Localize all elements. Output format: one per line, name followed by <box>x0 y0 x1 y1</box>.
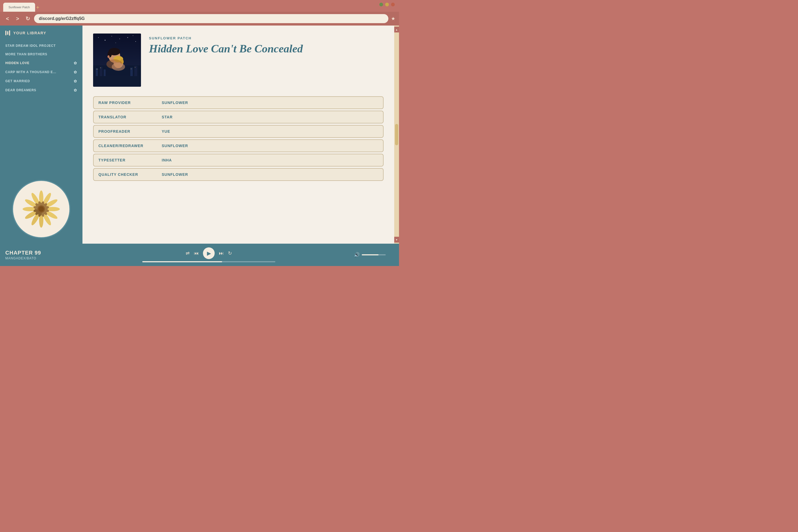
tab-bar: Sunflower Patch + <box>0 0 399 12</box>
svg-point-31 <box>128 37 128 38</box>
refresh-button[interactable]: ↻ <box>24 15 32 22</box>
sidebar-item-more-than-brothers[interactable]: MORE THAN BROTHERS <box>0 50 82 58</box>
volume-fill <box>362 254 379 255</box>
svg-rect-39 <box>130 68 133 76</box>
progress-bar-container[interactable] <box>142 261 275 262</box>
next-button[interactable]: ⏭ <box>219 251 224 256</box>
svg-point-49 <box>108 55 110 58</box>
credits-row-qc: QUALITY CHECKER SUNFLOWER <box>93 168 384 181</box>
forward-button[interactable]: > <box>14 16 21 22</box>
svg-point-54 <box>112 63 125 71</box>
svg-point-27 <box>98 37 99 38</box>
flower-icon-dear-dreamers: ✿ <box>74 88 77 92</box>
book-info: SUNFLOWER PATCH Hidden Love Can't Be Con… <box>149 34 384 87</box>
lib-bar-2 <box>7 31 8 35</box>
next-icon: ⏭ <box>219 251 224 256</box>
credits-row-cleaner: CLEANER/REDRAWER SUNFLOWER <box>93 139 384 152</box>
scroll-thumb[interactable] <box>395 124 398 145</box>
volume-bar[interactable] <box>362 254 386 255</box>
sidebar-item-star-dream[interactable]: STAR DREAM IDOL PROJECT <box>0 41 82 50</box>
svg-point-34 <box>115 42 116 43</box>
credit-role-raw: RAW PROVIDER <box>93 96 157 109</box>
browser-chrome: Sunflower Patch + < > ↻ ★ <box>0 0 399 25</box>
svg-rect-40 <box>134 66 137 76</box>
progress-bar-fill <box>142 261 222 262</box>
previous-button[interactable]: ⏮ <box>194 251 199 256</box>
credit-role-typesetter: TYPESETTER <box>93 154 157 167</box>
svg-point-33 <box>133 35 133 36</box>
svg-rect-41 <box>96 69 97 70</box>
credit-role-cleaner: CLEANER/REDRAWER <box>93 139 157 152</box>
flower-icon-get-married: ✿ <box>74 79 77 83</box>
cover-art <box>93 34 141 87</box>
player-bar: CHAPTER 99 MANGADEX/BATO ⇌ ⏮ ▶ ⏭ ↻ 🔊 <box>0 244 399 266</box>
shuffle-icon: ⇌ <box>186 250 190 256</box>
credit-role-proofreader: PROOFREADER <box>93 125 157 138</box>
sidebar-items-list: STAR DREAM IDOL PROJECT MORE THAN BROTHE… <box>0 39 82 174</box>
svg-rect-37 <box>100 67 102 76</box>
lib-bar-1 <box>5 31 6 35</box>
sunflower-circle <box>12 180 71 238</box>
flower-icon-carp: ✿ <box>74 70 77 74</box>
credits-row-proofreader: PROOFREADER YUE <box>93 125 384 138</box>
player-chapter-info: CHAPTER 99 MANGADEX/BATO <box>5 250 64 260</box>
credit-value-qc: SUNFLOWER <box>157 168 384 181</box>
minimize-button[interactable] <box>379 3 383 6</box>
svg-rect-43 <box>100 68 101 68</box>
scroll-track: ▲ ▼ <box>394 25 399 244</box>
active-tab[interactable]: Sunflower Patch <box>3 3 35 12</box>
sunflower-svg <box>20 188 62 230</box>
shuffle-button[interactable]: ⇌ <box>186 250 190 256</box>
address-bar-row: < > ↻ ★ <box>0 12 399 25</box>
sidebar: YOUR LIBRARY STAR DREAM IDOL PROJECT MOR… <box>0 25 82 244</box>
sidebar-item-dear-dreamers[interactable]: DEAR DREAMERS ✿ <box>0 86 82 95</box>
sunflower-illustration <box>0 174 82 244</box>
chapter-source: MANGADEX/BATO <box>5 256 64 260</box>
scroll-down-button[interactable]: ▼ <box>394 237 399 243</box>
svg-point-25 <box>39 206 44 212</box>
play-icon: ▶ <box>207 250 211 256</box>
credit-value-proofreader: YUE <box>157 125 384 138</box>
svg-point-29 <box>111 36 112 36</box>
back-button[interactable]: < <box>4 16 11 22</box>
maximize-button[interactable] <box>385 3 389 6</box>
svg-rect-38 <box>104 70 106 76</box>
main-area: YOUR LIBRARY STAR DREAM IDOL PROJECT MOR… <box>0 25 399 244</box>
credit-value-cleaner: SUNFLOWER <box>157 139 384 152</box>
svg-rect-45 <box>135 67 135 68</box>
close-button[interactable] <box>391 3 395 6</box>
content-area: SUNFLOWER PATCH Hidden Love Can't Be Con… <box>82 25 394 244</box>
new-tab-button[interactable]: + <box>36 4 39 12</box>
play-button[interactable]: ▶ <box>203 247 215 259</box>
credits-table: RAW PROVIDER SUNFLOWER TRANSLATOR STAR P… <box>93 95 384 183</box>
sidebar-title: YOUR LIBRARY <box>13 31 46 35</box>
sidebar-item-carp[interactable]: CARP WITH A THOUSAND E... ✿ <box>0 68 82 77</box>
lib-bar-3 <box>9 30 10 36</box>
tab-label: Sunflower Patch <box>8 5 30 9</box>
player-buttons: ⇌ ⏮ ▶ ⏭ ↻ <box>186 247 232 259</box>
prev-icon: ⏮ <box>194 251 199 256</box>
player-controls: ⇌ ⏮ ▶ ⏭ ↻ <box>64 247 354 262</box>
scroll-up-button[interactable]: ▲ <box>394 26 399 33</box>
svg-rect-42 <box>97 69 98 70</box>
sidebar-item-hidden-love[interactable]: HIDDEN LOVE ✿ <box>0 58 82 68</box>
repeat-button[interactable]: ↻ <box>228 250 232 256</box>
repeat-icon: ↻ <box>228 250 232 256</box>
bookmark-icon[interactable]: ★ <box>391 16 395 22</box>
publisher-name: SUNFLOWER PATCH <box>149 36 384 40</box>
volume-icon: 🔊 <box>354 252 360 258</box>
volume-section: 🔊 <box>354 252 386 258</box>
sidebar-item-get-married[interactable]: GET MARRIED ✿ <box>0 77 82 86</box>
window-controls <box>379 3 395 6</box>
svg-point-32 <box>135 41 136 42</box>
credits-row-translator: TRANSLATOR STAR <box>93 111 384 124</box>
chapter-title: CHAPTER 99 <box>5 250 64 256</box>
svg-rect-44 <box>131 69 131 69</box>
flower-icon-hidden-love: ✿ <box>74 61 77 65</box>
credit-role-translator: TRANSLATOR <box>93 111 157 124</box>
credits-row-typesetter: TYPESETTER INHA <box>93 154 384 167</box>
address-input[interactable] <box>34 14 388 23</box>
book-title: Hidden Love Can't Be Concealed <box>149 42 384 55</box>
sidebar-header: YOUR LIBRARY <box>0 25 82 39</box>
svg-point-28 <box>105 40 106 41</box>
